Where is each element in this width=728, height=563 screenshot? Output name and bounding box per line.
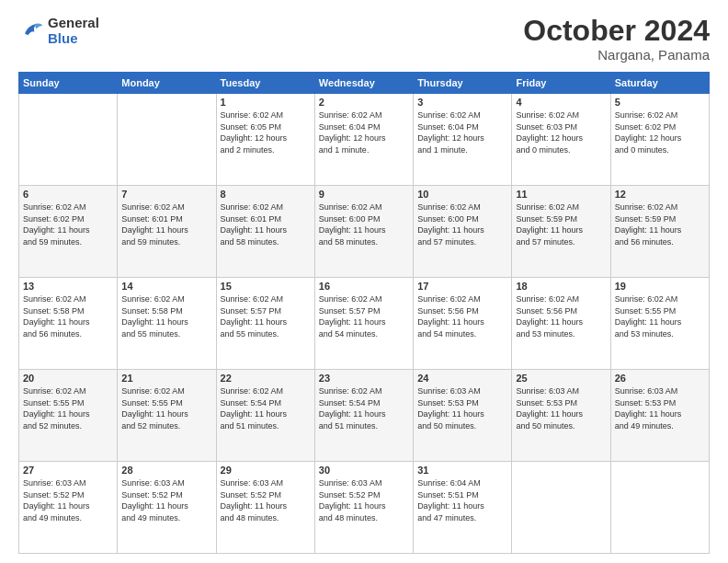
- day-info: Sunrise: 6:02 AM Sunset: 5:54 PM Dayligh…: [319, 385, 409, 431]
- day-info: Sunrise: 6:02 AM Sunset: 5:59 PM Dayligh…: [615, 201, 705, 247]
- header-saturday: Saturday: [610, 73, 709, 94]
- calendar-cell: 11Sunrise: 6:02 AM Sunset: 5:59 PM Dayli…: [512, 186, 610, 278]
- day-number: 1: [221, 97, 311, 108]
- day-info: Sunrise: 6:02 AM Sunset: 5:55 PM Dayligh…: [121, 385, 211, 431]
- header-monday: Monday: [118, 73, 216, 94]
- day-info: Sunrise: 6:02 AM Sunset: 6:01 PM Dayligh…: [221, 201, 311, 247]
- day-info: Sunrise: 6:03 AM Sunset: 5:52 PM Dayligh…: [23, 477, 113, 523]
- calendar-cell: 27Sunrise: 6:03 AM Sunset: 5:52 PM Dayli…: [19, 462, 118, 554]
- day-number: 17: [417, 281, 507, 292]
- calendar-cell: 31Sunrise: 6:04 AM Sunset: 5:51 PM Dayli…: [414, 462, 512, 554]
- day-number: 2: [319, 97, 409, 108]
- calendar-cell: 5Sunrise: 6:02 AM Sunset: 6:02 PM Daylig…: [610, 94, 709, 186]
- calendar-cell: 8Sunrise: 6:02 AM Sunset: 6:01 PM Daylig…: [216, 186, 314, 278]
- day-info: Sunrise: 6:02 AM Sunset: 6:00 PM Dayligh…: [319, 201, 409, 247]
- day-info: Sunrise: 6:02 AM Sunset: 5:56 PM Dayligh…: [417, 293, 507, 339]
- day-number: 9: [319, 189, 409, 200]
- calendar-cell: 7Sunrise: 6:02 AM Sunset: 6:01 PM Daylig…: [118, 186, 216, 278]
- day-info: Sunrise: 6:03 AM Sunset: 5:53 PM Dayligh…: [516, 385, 606, 431]
- day-info: Sunrise: 6:02 AM Sunset: 5:59 PM Dayligh…: [516, 201, 606, 247]
- location-subtitle: Nargana, Panama: [523, 47, 710, 63]
- day-number: 10: [417, 189, 507, 200]
- day-info: Sunrise: 6:03 AM Sunset: 5:53 PM Dayligh…: [615, 385, 705, 431]
- day-info: Sunrise: 6:02 AM Sunset: 5:58 PM Dayligh…: [23, 293, 113, 339]
- day-number: 4: [516, 97, 606, 108]
- calendar-cell: [512, 462, 610, 554]
- day-number: 12: [615, 189, 705, 200]
- day-number: 16: [319, 281, 409, 292]
- header-wednesday: Wednesday: [314, 73, 413, 94]
- day-info: Sunrise: 6:02 AM Sunset: 5:56 PM Dayligh…: [516, 293, 606, 339]
- day-number: 30: [319, 465, 409, 476]
- calendar-cell: 17Sunrise: 6:02 AM Sunset: 5:56 PM Dayli…: [414, 278, 512, 370]
- calendar-cell: 22Sunrise: 6:02 AM Sunset: 5:54 PM Dayli…: [216, 370, 314, 462]
- calendar-cell: 15Sunrise: 6:02 AM Sunset: 5:57 PM Dayli…: [216, 278, 314, 370]
- calendar-cell: 13Sunrise: 6:02 AM Sunset: 5:58 PM Dayli…: [19, 278, 118, 370]
- calendar-cell: 29Sunrise: 6:03 AM Sunset: 5:52 PM Dayli…: [216, 462, 314, 554]
- calendar-week-4: 27Sunrise: 6:03 AM Sunset: 5:52 PM Dayli…: [19, 462, 710, 554]
- calendar-cell: 6Sunrise: 6:02 AM Sunset: 6:02 PM Daylig…: [19, 186, 118, 278]
- calendar-cell: [610, 462, 709, 554]
- calendar-cell: 16Sunrise: 6:02 AM Sunset: 5:57 PM Dayli…: [314, 278, 413, 370]
- calendar-cell: 30Sunrise: 6:03 AM Sunset: 5:52 PM Dayli…: [314, 462, 413, 554]
- day-info: Sunrise: 6:02 AM Sunset: 6:00 PM Dayligh…: [417, 201, 507, 247]
- calendar-header-row: Sunday Monday Tuesday Wednesday Thursday…: [19, 73, 710, 94]
- day-info: Sunrise: 6:03 AM Sunset: 5:53 PM Dayligh…: [417, 385, 507, 431]
- calendar-cell: 9Sunrise: 6:02 AM Sunset: 6:00 PM Daylig…: [314, 186, 413, 278]
- day-info: Sunrise: 6:02 AM Sunset: 5:55 PM Dayligh…: [615, 293, 705, 339]
- calendar-cell: [19, 94, 118, 186]
- header-thursday: Thursday: [414, 73, 512, 94]
- day-info: Sunrise: 6:02 AM Sunset: 5:57 PM Dayligh…: [319, 293, 409, 339]
- calendar-cell: 18Sunrise: 6:02 AM Sunset: 5:56 PM Dayli…: [512, 278, 610, 370]
- day-number: 11: [516, 189, 606, 200]
- day-info: Sunrise: 6:02 AM Sunset: 6:02 PM Dayligh…: [615, 109, 705, 155]
- day-number: 26: [615, 373, 705, 384]
- header-tuesday: Tuesday: [216, 73, 314, 94]
- calendar-table: Sunday Monday Tuesday Wednesday Thursday…: [18, 72, 710, 554]
- day-number: 13: [23, 281, 113, 292]
- day-info: Sunrise: 6:03 AM Sunset: 5:52 PM Dayligh…: [221, 477, 311, 523]
- calendar-cell: 1Sunrise: 6:02 AM Sunset: 6:05 PM Daylig…: [216, 94, 314, 186]
- day-number: 21: [121, 373, 211, 384]
- day-info: Sunrise: 6:02 AM Sunset: 6:05 PM Dayligh…: [221, 109, 311, 155]
- day-number: 22: [221, 373, 311, 384]
- calendar-cell: 14Sunrise: 6:02 AM Sunset: 5:58 PM Dayli…: [118, 278, 216, 370]
- calendar-week-2: 13Sunrise: 6:02 AM Sunset: 5:58 PM Dayli…: [19, 278, 710, 370]
- day-info: Sunrise: 6:02 AM Sunset: 6:02 PM Dayligh…: [23, 201, 113, 247]
- day-info: Sunrise: 6:02 AM Sunset: 6:03 PM Dayligh…: [516, 109, 606, 155]
- day-number: 5: [615, 97, 705, 108]
- calendar-cell: 12Sunrise: 6:02 AM Sunset: 5:59 PM Dayli…: [610, 186, 709, 278]
- day-number: 18: [516, 281, 606, 292]
- day-info: Sunrise: 6:02 AM Sunset: 5:58 PM Dayligh…: [121, 293, 211, 339]
- header-friday: Friday: [512, 73, 610, 94]
- calendar-cell: 25Sunrise: 6:03 AM Sunset: 5:53 PM Dayli…: [512, 370, 610, 462]
- calendar-cell: 19Sunrise: 6:02 AM Sunset: 5:55 PM Dayli…: [610, 278, 709, 370]
- logo-icon: [18, 17, 44, 43]
- day-number: 25: [516, 373, 606, 384]
- day-info: Sunrise: 6:02 AM Sunset: 5:54 PM Dayligh…: [221, 385, 311, 431]
- title-block: October 2024 Nargana, Panama: [523, 15, 710, 63]
- day-info: Sunrise: 6:02 AM Sunset: 6:04 PM Dayligh…: [319, 109, 409, 155]
- day-info: Sunrise: 6:03 AM Sunset: 5:52 PM Dayligh…: [319, 477, 409, 523]
- calendar-cell: 3Sunrise: 6:02 AM Sunset: 6:04 PM Daylig…: [414, 94, 512, 186]
- day-number: 15: [221, 281, 311, 292]
- day-info: Sunrise: 6:02 AM Sunset: 5:57 PM Dayligh…: [221, 293, 311, 339]
- day-number: 31: [417, 465, 507, 476]
- calendar-cell: 10Sunrise: 6:02 AM Sunset: 6:00 PM Dayli…: [414, 186, 512, 278]
- day-number: 3: [417, 97, 507, 108]
- day-info: Sunrise: 6:04 AM Sunset: 5:51 PM Dayligh…: [417, 477, 507, 523]
- day-number: 24: [417, 373, 507, 384]
- day-number: 6: [23, 189, 113, 200]
- day-number: 8: [221, 189, 311, 200]
- day-number: 7: [121, 189, 211, 200]
- day-number: 23: [319, 373, 409, 384]
- calendar-cell: 21Sunrise: 6:02 AM Sunset: 5:55 PM Dayli…: [118, 370, 216, 462]
- calendar-week-1: 6Sunrise: 6:02 AM Sunset: 6:02 PM Daylig…: [19, 186, 710, 278]
- calendar-cell: 20Sunrise: 6:02 AM Sunset: 5:55 PM Dayli…: [19, 370, 118, 462]
- day-number: 27: [23, 465, 113, 476]
- calendar-cell: 28Sunrise: 6:03 AM Sunset: 5:52 PM Dayli…: [118, 462, 216, 554]
- calendar-week-0: 1Sunrise: 6:02 AM Sunset: 6:05 PM Daylig…: [19, 94, 710, 186]
- calendar-cell: [118, 94, 216, 186]
- calendar-cell: 4Sunrise: 6:02 AM Sunset: 6:03 PM Daylig…: [512, 94, 610, 186]
- month-title: October 2024: [523, 15, 710, 47]
